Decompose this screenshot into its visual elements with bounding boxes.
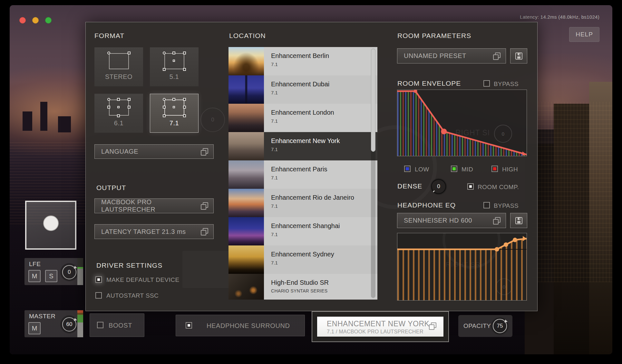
location-thumbnail	[228, 274, 264, 300]
headphone-surround-checkbox[interactable]	[186, 322, 192, 329]
lfe-gain-value: 0	[68, 269, 71, 275]
location-scrollbar-thumb[interactable]	[371, 49, 375, 152]
opacity-value: 75	[497, 323, 503, 329]
dense-knob[interactable]: 0	[430, 178, 447, 195]
language-select-label: LANGUAGE	[101, 148, 138, 155]
location-subtitle: CHARIO SYNTAR SERIES	[271, 288, 329, 293]
close-button[interactable]	[19, 17, 26, 24]
format-option-5-1[interactable]: 5.1	[150, 47, 199, 86]
format-option-label: 7.1	[170, 120, 179, 127]
headphone-surround-button[interactable]: HEADPHONE SURROUND	[176, 315, 305, 336]
eq-line	[397, 233, 527, 300]
listener-position-widget[interactable]	[25, 201, 76, 250]
location-name: Enhancement Shanghai	[271, 222, 340, 230]
speaker-layout-stereo-icon	[109, 53, 129, 69]
current-preset-panel[interactable]: ENHANCEMENT NEW YORK 7.1 / MACBOOK PRO L…	[317, 317, 443, 337]
latency-target-label: LATENCY TARGET 21.3 ms	[101, 228, 186, 235]
make-default-device-label: MAKE DEFAULT DEVICE	[106, 276, 180, 283]
boost-checkbox[interactable]	[97, 322, 103, 328]
location-name: Enhancement Berlin	[271, 52, 329, 60]
headphone-eq-bypass-label: BYPASS	[494, 202, 519, 209]
location-row-dubai[interactable]: Enhancement Dubai 7.1	[228, 75, 377, 104]
format-option-7-1[interactable]: 7.1	[150, 94, 199, 133]
current-preset-title: ENHANCEMENT NEW YORK	[327, 320, 429, 328]
duplicate-icon	[200, 148, 208, 156]
envelope-line	[397, 90, 527, 156]
location-row-sydney[interactable]: Enhancement Sydney 7.1	[228, 245, 377, 274]
room-envelope-bypass-checkbox[interactable]	[483, 80, 490, 87]
location-scrollbar-track[interactable]	[371, 49, 375, 298]
headphone-preset-select[interactable]: SENNHEISER HD 600	[397, 213, 506, 228]
location-name: Enhancement Rio de Janeiro	[271, 194, 354, 201]
speaker-layout-7-1-icon	[164, 100, 184, 116]
speaker-layout-6-1-icon	[109, 100, 129, 116]
location-row-paris[interactable]: Enhancement Paris 7.1	[228, 160, 377, 189]
opacity-control: OPACITY 75	[458, 315, 512, 337]
headphone-eq-title: HEADPHONE EQ	[397, 201, 456, 209]
location-row-studio[interactable]: High-End Studio SR CHARIO SYNTAR SERIES	[228, 274, 377, 300]
building-windows	[532, 102, 612, 282]
headphone-surround-label: HEADPHONE SURROUND	[207, 322, 290, 330]
output-device-label: MACBOOK PRO LAUTSPRECHER	[101, 198, 200, 213]
room-envelope-title: ROOM ENVELOPE	[397, 80, 461, 87]
format-option-label: 6.1	[114, 120, 123, 127]
opacity-knob[interactable]: 75	[491, 317, 509, 335]
help-button[interactable]: HELP	[569, 27, 599, 42]
autostart-ssc-label: AUTOSTART SSC	[106, 292, 159, 299]
master-level-meter	[77, 310, 83, 337]
listener-dot[interactable]	[43, 216, 59, 231]
room-envelope-chart[interactable]: RIGHT SI 0	[397, 90, 527, 156]
location-subtitle: 7.1	[271, 260, 334, 265]
lfe-channel-strip: LFE M S 0	[24, 258, 83, 285]
room-preset-select[interactable]: UNNAMED PRESET	[397, 48, 506, 63]
location-name: Enhancement London	[271, 109, 334, 116]
lfe-label: LFE	[29, 261, 41, 268]
legend-mid-toggle[interactable]	[451, 166, 457, 172]
room-comp-label: ROOM COMP.	[478, 184, 519, 191]
location-thumbnail	[228, 75, 264, 104]
legend-mid-label: MID	[462, 166, 473, 173]
autostart-ssc-checkbox[interactable]	[95, 292, 102, 299]
headphone-preset-save-button[interactable]	[510, 213, 527, 228]
location-subtitle: 7.1	[271, 175, 327, 180]
room-preset-label: UNNAMED PRESET	[404, 52, 466, 60]
location-row-berlin[interactable]: Enhancement Berlin 7.1	[228, 47, 377, 75]
format-option-label: 5.1	[170, 73, 179, 81]
language-select[interactable]: LANGUAGE	[94, 144, 214, 159]
room-comp-checkbox[interactable]	[467, 183, 474, 190]
output-device-select[interactable]: MACBOOK PRO LAUTSPRECHER	[94, 198, 214, 213]
format-option-6-1[interactable]: 6.1	[94, 94, 143, 133]
lfe-gain-knob[interactable]: 0	[60, 263, 78, 281]
lfe-solo-button[interactable]: S	[45, 270, 57, 282]
location-row-new-york[interactable]: Enhancement New York 7.1	[228, 132, 377, 160]
speaker-layout-5-1-icon	[164, 53, 184, 69]
format-section-title: FORMAT	[94, 32, 124, 40]
format-option-label: STEREO	[105, 73, 132, 81]
zoom-button[interactable]	[45, 17, 52, 24]
settings-dialog: 0 FORMAT STEREO 5.1 6.1 7.1 LANGUAGE OUT…	[85, 22, 538, 311]
location-name: Enhancement Dubai	[271, 81, 329, 88]
boost-button[interactable]: BOOST	[90, 313, 144, 337]
location-row-london[interactable]: Enhancement London 7.1	[228, 104, 377, 132]
headphone-eq-bypass-checkbox[interactable]	[483, 202, 490, 208]
duplicate-icon[interactable]	[428, 322, 436, 330]
location-row-shanghai[interactable]: Enhancement Shanghai 7.1	[228, 217, 377, 245]
legend-high-toggle[interactable]	[491, 166, 498, 172]
latency-status: Latency: 14.2ms (48.0kHz, bs1024)	[520, 14, 599, 20]
make-default-device-checkbox[interactable]	[95, 276, 102, 283]
lfe-mute-button[interactable]: M	[28, 270, 41, 282]
lfe-level-meter	[77, 258, 83, 285]
headphone-eq-chart[interactable]: RIGHT SR 0	[397, 233, 527, 301]
location-thumbnail	[228, 217, 264, 245]
master-gain-knob[interactable]: 60	[60, 315, 78, 333]
latency-target-select[interactable]: LATENCY TARGET 21.3 ms	[94, 224, 214, 239]
master-mute-button[interactable]: M	[28, 322, 41, 334]
location-subtitle: 7.1	[271, 118, 334, 124]
building-silhouette	[40, 102, 47, 131]
room-preset-save-button[interactable]	[510, 48, 527, 63]
format-option-stereo[interactable]: STEREO	[94, 47, 143, 86]
building-silhouette	[23, 111, 32, 131]
location-row-rio[interactable]: Enhancement Rio de Janeiro 7.1	[228, 189, 377, 217]
minimize-button[interactable]	[32, 17, 39, 24]
legend-low-toggle[interactable]	[404, 166, 411, 172]
